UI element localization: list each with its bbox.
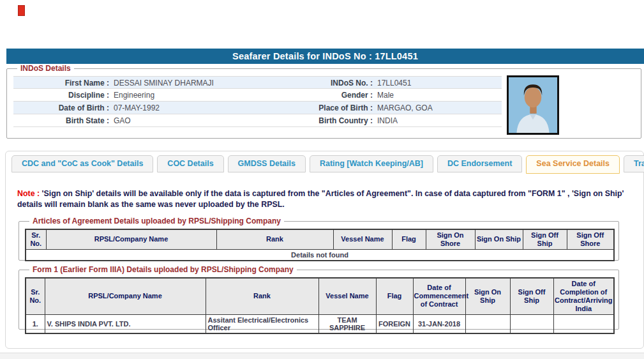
page-title: Seafarer Details for INDoS No : 17LL0451 xyxy=(6,49,644,64)
articles-table: Sr. No. RPSL/Company Name Rank Vessel Na… xyxy=(25,229,615,261)
discipline-value: Engineering xyxy=(109,89,293,101)
cell-date-completion xyxy=(553,314,614,333)
tab-gmdss-details[interactable]: GMDSS Details xyxy=(228,155,306,172)
note-prefix: Note : xyxy=(17,189,40,198)
discipline-label: Discipline : xyxy=(13,89,109,101)
col-sign-off-shore: Sign Off Shore xyxy=(567,229,614,249)
tab-bar: CDC and "CoC as Cook" Details COC Detail… xyxy=(11,155,644,174)
form1-legend: Form 1 (Earlier Form IIIA) Details uploa… xyxy=(29,265,297,274)
col-sr-no: Sr. No. xyxy=(26,229,46,249)
indos-row-discipline: Discipline : Engineering Gender : Male xyxy=(13,89,502,102)
form1-data-row: 1. V. SHIPS INDIA PVT. LTD. Assitant Ele… xyxy=(26,314,614,333)
cell-company: V. SHIPS INDIA PVT. LTD. xyxy=(45,314,206,333)
col-rank: Rank xyxy=(216,229,333,249)
birth-state-value: GAO xyxy=(109,114,293,126)
tab-cdc-coc-cook[interactable]: CDC and "CoC as Cook" Details xyxy=(11,155,153,172)
cell-rank: Assitant Electrical/Electronics Officer xyxy=(206,314,318,333)
cell-sign-on-ship xyxy=(465,314,510,333)
col-date-commencement: Date of Commencement of Contract xyxy=(413,278,465,314)
cell-date-commencement: 31-JAN-2018 xyxy=(413,314,465,333)
indos-details-fieldset: INDoS Details First Name : DESSAI SMINAY… xyxy=(6,68,641,139)
col-vessel-name: Vessel Name xyxy=(318,278,376,314)
pob-value: MARGAO, GOA xyxy=(373,102,502,114)
col-date-completion: Date of Completion of Contract/Arriving … xyxy=(553,278,614,314)
articles-of-agreement-fieldset: Articles of Agreement Details uploaded b… xyxy=(19,221,619,261)
birth-country-value: INDIA xyxy=(373,114,502,126)
first-name-label: First Name : xyxy=(13,77,109,88)
col-rank: Rank xyxy=(206,278,318,314)
pob-label: Place of Birth : xyxy=(293,102,373,114)
dob-value: 07-MAY-1992 xyxy=(109,102,293,114)
first-name-value: DESSAI SMINAY DHARMAJI xyxy=(109,77,293,88)
tab-coc-details[interactable]: COC Details xyxy=(157,155,223,172)
seafarer-photo xyxy=(507,75,559,135)
col-flag: Flag xyxy=(376,278,413,314)
gender-value: Male xyxy=(373,89,502,101)
col-sr-no: Sr. No. xyxy=(26,278,45,314)
indos-row-birth: Date of Birth : 07-MAY-1992 Place of Bir… xyxy=(13,102,502,114)
dob-label: Date of Birth : xyxy=(13,102,109,114)
form1-fieldset: Form 1 (Earlier Form IIIA) Details uploa… xyxy=(19,270,619,330)
cell-vessel: TEAM SAPPHIRE xyxy=(318,314,376,333)
cell-sign-off-ship xyxy=(510,314,553,333)
tab-sea-service-details[interactable]: Sea Service Details xyxy=(526,155,620,174)
col-sign-on-shore: Sign On Shore xyxy=(426,229,475,249)
indos-field-rows: First Name : DESSAI SMINAY DHARMAJI INDo… xyxy=(13,76,502,127)
indos-no-value: 17LL0451 xyxy=(373,77,502,88)
broken-image-icon xyxy=(18,5,25,16)
tab-panel: CDC and "CoC as Cook" Details COC Detail… xyxy=(5,151,644,349)
col-sign-off-ship: Sign Off Ship xyxy=(510,278,553,314)
col-sign-on-ship: Sign On Ship xyxy=(465,278,510,314)
sign-on-ship-note: Note : 'Sign on Ship' details will be av… xyxy=(17,188,629,210)
col-sign-on-ship: Sign On Ship xyxy=(475,229,523,249)
col-sign-off-ship: Sign Off Ship xyxy=(523,229,567,249)
birth-state-label: Birth State : xyxy=(13,114,109,126)
form1-table: Sr. No. RPSL/Company Name Rank Vessel Na… xyxy=(25,277,615,334)
indos-row-state: Birth State : GAO Birth Country : INDIA xyxy=(13,114,502,127)
form1-header-row: Sr. No. RPSL/Company Name Rank Vessel Na… xyxy=(26,278,614,314)
details-not-found-message: Details not found xyxy=(26,249,614,261)
articles-header-row: Sr. No. RPSL/Company Name Rank Vessel Na… xyxy=(26,229,614,249)
tab-rating-watch-keeping[interactable]: Rating [Watch Keeping/AB] xyxy=(310,155,433,172)
col-vessel-name: Vessel Name xyxy=(333,229,392,249)
articles-empty-row: Details not found xyxy=(26,249,614,261)
col-rpsl-company: RPSL/Company Name xyxy=(46,229,216,249)
cell-sr-no: 1. xyxy=(26,314,45,333)
indos-details-legend: INDoS Details xyxy=(17,64,74,73)
cell-flag: FOREIGN xyxy=(376,314,413,333)
footer-strip xyxy=(0,353,644,359)
birth-country-label: Birth Country : xyxy=(293,114,373,126)
col-rpsl-company: RPSL/Company Name xyxy=(45,278,206,314)
indos-row-name: First Name : DESSAI SMINAY DHARMAJI INDo… xyxy=(13,76,502,89)
note-body: 'Sign on Ship' details will be available… xyxy=(17,189,624,209)
indos-no-label: INDoS No. : xyxy=(293,77,373,88)
tab-dc-endorsement[interactable]: DC Endorsement xyxy=(437,155,522,172)
col-flag: Flag xyxy=(392,229,426,249)
tab-training-details[interactable]: Training Details xyxy=(624,155,644,172)
gender-label: Gender : xyxy=(293,89,373,101)
articles-legend: Articles of Agreement Details uploaded b… xyxy=(29,217,284,225)
